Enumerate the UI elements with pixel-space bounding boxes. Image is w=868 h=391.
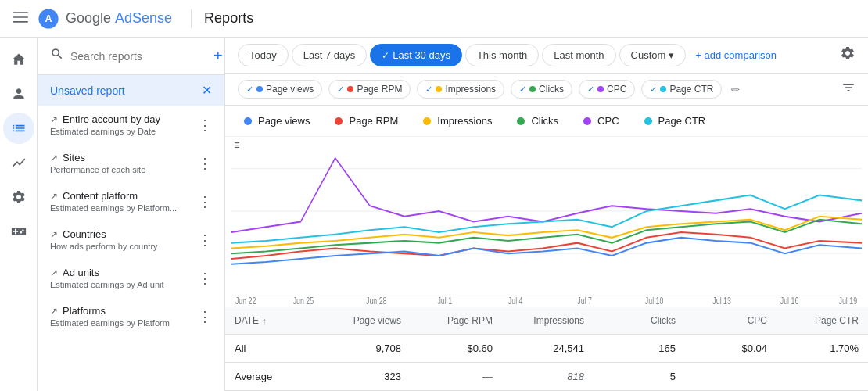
sidebar-item-countries[interactable]: ↗ Countries How ads perform by country ⋮ [38,221,224,259]
legend-dot-clicks [517,117,525,125]
svg-text:Jun 22: Jun 22 [235,296,256,307]
custom-button[interactable]: Custom ▾ [619,44,687,66]
report-type-icon: ↗ [50,152,58,163]
svg-text:Jul 13: Jul 13 [712,296,731,307]
svg-text:Jun 28: Jun 28 [366,296,387,307]
last-month-button[interactable]: Last month [542,44,615,66]
chart-area: Jun 22 Jun 25 Jun 28 Jul 1 Jul 4 Jul 7 J… [225,137,868,307]
col-header-pagerpm[interactable]: Page RPM [411,307,502,334]
cell-pagectr-all: 1.70% [777,335,868,362]
nav-home-icon[interactable] [3,44,34,75]
col-header-impressions[interactable]: Impressions [502,307,594,334]
pageviews-dot [256,86,263,92]
sidebar-active-item[interactable]: Unsaved report ✕ [38,75,224,106]
more-options-icon[interactable]: ⋮ [198,231,212,249]
legend-dot-pageviews [244,117,252,125]
sidebar-item-name-label: Sites [63,152,85,163]
today-button[interactable]: Today [238,44,289,66]
header: A Google AdSense Reports [0,0,868,38]
close-icon[interactable]: ✕ [202,83,212,98]
cell-cpc-all: $0.04 [685,335,777,362]
nav-reports-icon[interactable] [3,113,34,144]
col-header-pagectr[interactable]: Page CTR [777,307,868,334]
sidebar-item-platforms[interactable]: ↗ Platforms Estimated earnings by Platfo… [38,297,224,335]
svg-rect-1 [13,16,28,18]
cpc-dot [597,86,604,92]
table-row-average: Average 323 — 818 5 [225,363,868,391]
filter-icon[interactable] [841,81,855,98]
this-month-button[interactable]: This month [465,44,539,66]
col-header-cpc[interactable]: CPC [685,307,777,334]
check-icon: ✓ [519,84,526,95]
col-header-pageviews[interactable]: Page views [319,307,411,334]
legend-dot-impressions [423,117,431,125]
more-options-icon[interactable]: ⋮ [198,270,212,287]
nav-game-icon[interactable] [3,216,34,247]
logo-text: Google AdSense [66,10,172,27]
chip-label: Clicks [539,84,564,95]
nav-account-icon[interactable] [3,78,34,109]
sidebar-item-content-platform[interactable]: ↗ Content platform Estimated earnings by… [38,182,224,221]
report-type-icon: ↗ [50,191,58,202]
more-options-icon[interactable]: ⋮ [198,117,212,134]
legend-dot-pagerpm [335,117,343,125]
sidebar-item-entire-account[interactable]: ↗ Entire account by day Estimated earnin… [38,106,224,144]
chip-label: CPC [607,84,626,95]
cell-impressions-average: 818 [502,363,594,390]
edit-metrics-icon[interactable]: ✏ [731,84,740,95]
add-report-icon[interactable]: + [213,47,223,65]
nav-settings-icon[interactable] [3,181,34,213]
svg-text:Jul 4: Jul 4 [508,296,523,307]
add-comparison-button[interactable]: + add comparison [695,49,777,61]
legend-item-clicks: Clicks [517,115,558,127]
check-icon: ✓ [337,84,344,95]
sidebar-item-desc: Estimated earnings by Ad unit [50,280,198,289]
sidebar-item-name-label: Countries [63,228,106,240]
line-chart: Jun 22 Jun 25 Jun 28 Jul 1 Jul 4 Jul 7 J… [231,137,862,307]
metric-chip-cpc[interactable]: ✓ CPC [579,80,635,99]
date-filter-bar: Today Last 7 days Last 30 days This mont… [225,38,868,74]
dropdown-icon: ▾ [669,49,674,61]
menu-icon[interactable] [13,9,28,27]
more-options-icon[interactable]: ⋮ [198,308,212,325]
cell-pageviews-average: 323 [319,363,411,390]
chip-label: Impressions [445,84,496,95]
check-icon: ✓ [246,84,253,95]
chart-legend: Page views Page RPM Impressions Clicks C… [225,106,868,137]
col-header-date[interactable]: DATE ↑ [225,307,319,334]
nav-analytics-icon[interactable] [3,147,34,178]
header-divider [191,9,192,28]
settings-icon[interactable] [840,45,855,65]
col-header-clicks[interactable]: Clicks [594,307,685,334]
metric-chips-bar: ✓ Page views ✓ Page RPM ✓ Impressions ✓ … [225,74,868,106]
check-icon: ✓ [650,84,657,95]
last-30-days-button[interactable]: Last 30 days [370,44,462,66]
sidebar-item-ad-units[interactable]: ↗ Ad units Estimated earnings by Ad unit… [38,259,224,297]
metric-chip-pagerpm[interactable]: ✓ Page RPM [328,80,411,99]
report-type-icon: ↗ [50,114,58,125]
metric-chip-impressions[interactable]: ✓ Impressions [417,80,504,99]
cell-date-all: All [225,335,319,362]
logo: A Google AdSense [38,8,172,30]
metric-chip-pagectr[interactable]: ✓ Page CTR [641,80,722,99]
impressions-dot [436,86,442,92]
sidebar-item-name-label: Entire account by day [63,113,160,125]
report-type-icon: ↗ [50,229,58,240]
pagectr-dot [660,86,666,92]
legend-label: CPC [597,115,619,127]
legend-label: Page views [258,115,310,127]
metric-chip-clicks[interactable]: ✓ Clicks [511,80,572,99]
pagerpm-dot [347,86,353,92]
sort-icon: ↑ [262,316,267,325]
more-options-icon[interactable]: ⋮ [198,193,212,210]
sidebar-item-sites[interactable]: ↗ Sites Performance of each site ⋮ [38,144,224,182]
sidebar-item-desc: How ads perform by country [50,242,198,251]
more-options-icon[interactable]: ⋮ [198,155,212,172]
search-input[interactable] [70,50,207,63]
header-title: Reports [204,10,253,27]
main-content: Today Last 7 days Last 30 days This mont… [225,38,868,391]
sidebar-item-desc: Performance of each site [50,165,198,174]
last-7-days-button[interactable]: Last 7 days [292,44,368,66]
table-row-all: All 9,708 $0.60 24,541 165 $0.04 1.70% [225,335,868,363]
metric-chip-pageviews[interactable]: ✓ Page views [238,80,322,99]
